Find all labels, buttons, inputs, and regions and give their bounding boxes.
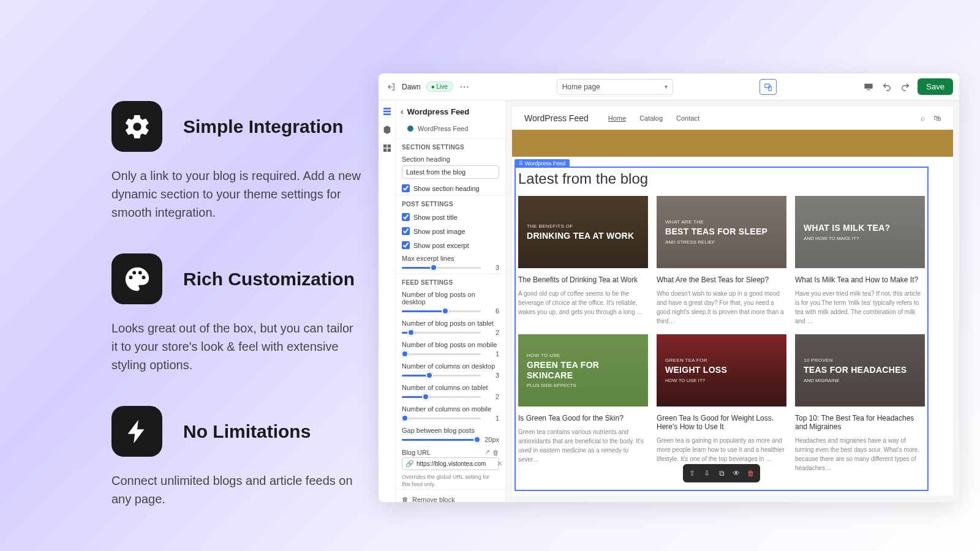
- status-badge: ● Live: [426, 81, 453, 92]
- svg-rect-3: [383, 108, 391, 110]
- link-icon: 🔗: [405, 460, 414, 468]
- blog-card[interactable]: 10 PROVENTEAS FOR HEADACHESAND MIGRAINET…: [795, 334, 925, 473]
- heading-label: Section heading: [402, 156, 499, 163]
- slider-1[interactable]: Number of blog posts on desktop6: [396, 288, 505, 317]
- slider-7[interactable]: Gap between blog posts20px: [396, 424, 505, 446]
- max-excerpt-slider[interactable]: Max excerpt lines 3: [396, 252, 505, 274]
- nav-contact[interactable]: Contact: [676, 114, 699, 122]
- card-title: The Benefits of Drinking Tea at Work: [518, 276, 648, 284]
- hide-icon[interactable]: 👁: [729, 467, 743, 480]
- card-desc: Green tea contains various nutrients and…: [518, 427, 648, 464]
- svg-rect-6: [383, 144, 386, 148]
- slider-3[interactable]: Number of blog posts on mobile1: [396, 339, 505, 360]
- feature-title: Rich Customization: [183, 269, 355, 289]
- card-desc: Green tea is gaining in popularity as mo…: [657, 436, 786, 463]
- slider-2[interactable]: Number of blog posts on tablet2: [396, 317, 505, 339]
- app-embeds-icon[interactable]: [382, 143, 392, 153]
- back-icon[interactable]: ‹: [401, 107, 404, 116]
- sidebar-title: Wordpress Feed: [407, 107, 470, 116]
- show-title-checkbox[interactable]: Show post title: [396, 210, 505, 224]
- blog-url-label: Blog URL: [402, 449, 482, 456]
- card-title: Is Green Tea Good for the Skin?: [518, 414, 648, 422]
- duplicate-icon[interactable]: ⧉: [715, 467, 728, 480]
- editor-topbar: Dawn ● Live ⋯ Home page▾ Save: [379, 73, 959, 100]
- show-excerpt-checkbox[interactable]: Show post excerpt: [396, 238, 505, 252]
- svg-rect-4: [383, 111, 391, 113]
- post-settings-label: POST SETTINGS: [396, 196, 505, 210]
- blog-url-input[interactable]: 🔗 ✕: [402, 457, 499, 470]
- clear-icon[interactable]: ✕: [497, 460, 502, 468]
- svg-rect-8: [383, 149, 386, 152]
- page-selector[interactable]: Home page▾: [557, 79, 673, 95]
- move-down-icon[interactable]: ⇩: [700, 467, 714, 480]
- blog-url-helper: Overrides the global URL setting for thi…: [396, 473, 505, 489]
- exit-icon[interactable]: [385, 81, 397, 93]
- feature-title: Simple Integration: [183, 116, 344, 137]
- card-desc: Have you ever tried milk tea? If not, th…: [795, 289, 925, 326]
- remove-block-button[interactable]: 🗑 Remove block: [396, 489, 505, 502]
- search-icon[interactable]: ⌕: [921, 114, 925, 122]
- cart-icon[interactable]: 🛍: [933, 114, 941, 122]
- section-settings-label: SECTION SETTINGS: [396, 139, 505, 153]
- gears-icon: [111, 101, 162, 152]
- marketing-features: Simple Integration Only a link to your b…: [111, 101, 363, 540]
- blog-card[interactable]: HOW TO USEGREEN TEA FOR SKINCAREPLUS SID…: [518, 334, 648, 473]
- blog-card[interactable]: WHAT ARE THEBEST TEAS FOR SLEEPAND STRES…: [657, 196, 786, 326]
- card-title: What Are the Best Teas for Sleep?: [657, 276, 786, 284]
- blog-card[interactable]: THE BENEFITS OFDRINKING TEA AT WORKThe B…: [518, 196, 648, 326]
- theme-editor-window: Dawn ● Live ⋯ Home page▾ Save: [379, 73, 959, 502]
- section-heading-input[interactable]: [402, 165, 499, 179]
- settings-sidebar: ‹ Wordpress Feed WordPress Feed SECTION …: [396, 100, 506, 502]
- card-title: What Is Milk Tea and How to Make It?: [795, 276, 925, 284]
- slider-6[interactable]: Number of columns on mobile1: [396, 403, 505, 424]
- feed-settings-label: FEED SETTINGS: [396, 274, 505, 288]
- theme-settings-icon[interactable]: [382, 125, 392, 135]
- slider-5[interactable]: Number of columns on tablet2: [396, 381, 505, 403]
- svg-rect-2: [865, 83, 873, 88]
- feature-desc: Looks great out of the box, but you can …: [111, 319, 363, 374]
- external-link-icon[interactable]: ↗: [484, 448, 490, 456]
- preview-pane: WordPress Feed Home Catalog Contact ⌕ 🛍 …: [506, 100, 959, 502]
- card-desc: A good old cup of coffee seems to be the…: [518, 289, 648, 317]
- feature-desc: Only a link to your blog is required. Ad…: [111, 167, 363, 222]
- undo-icon[interactable]: [881, 81, 893, 93]
- block-item[interactable]: WordPress Feed: [396, 122, 505, 138]
- delete-icon[interactable]: 🗑: [744, 467, 758, 480]
- svg-rect-7: [387, 144, 390, 148]
- palette-icon: [111, 253, 162, 304]
- nav-catalog[interactable]: Catalog: [639, 114, 663, 122]
- storefront-brand: WordPress Feed: [524, 113, 589, 123]
- trash-icon: 🗑: [402, 496, 409, 502]
- feature-rich-customization: Rich Customization Looks great out of th…: [111, 253, 363, 374]
- more-icon[interactable]: ⋯: [458, 81, 470, 93]
- svg-point-10: [407, 126, 413, 132]
- slider-4[interactable]: Number of columns on desktop3: [396, 360, 505, 381]
- feature-desc: Connect unlimited blogs and article feed…: [111, 471, 363, 508]
- delete-url-icon[interactable]: 🗑: [492, 449, 499, 456]
- device-desktop-icon[interactable]: [862, 81, 875, 93]
- chevron-down-icon: ▾: [665, 83, 668, 90]
- responsive-toggle[interactable]: [760, 79, 777, 95]
- bolt-icon: [111, 406, 162, 457]
- nav-home[interactable]: Home: [608, 114, 626, 122]
- save-button[interactable]: Save: [918, 78, 953, 95]
- show-image-checkbox[interactable]: Show post image: [396, 224, 505, 238]
- card-desc: Headaches and migraines have a way of tu…: [795, 436, 925, 473]
- wordpress-feed-section[interactable]: Latest from the blog THE BENEFITS OFDRIN…: [514, 167, 929, 491]
- blog-card[interactable]: WHAT IS MILK TEA?AND HOW TO MAKE IT?What…: [795, 196, 925, 326]
- feature-title: No Limitations: [183, 421, 311, 441]
- storefront-nav: WordPress Feed Home Catalog Contact ⌕ 🛍: [512, 107, 953, 130]
- theme-name: Dawn: [402, 83, 421, 91]
- card-desc: Who doesn't wish to wake up in a good mo…: [657, 289, 786, 326]
- show-heading-checkbox[interactable]: Show section heading: [396, 181, 505, 195]
- section-toolbar: ⇧ ⇩ ⧉ 👁 🗑: [683, 464, 760, 482]
- svg-rect-5: [383, 113, 391, 115]
- blog-card[interactable]: GREEN TEA FORWEIGHT LOSSHOW TO USE IT?Gr…: [657, 334, 786, 473]
- card-title: Top 10: The Best Tea for Headaches and M…: [795, 414, 925, 431]
- svg-rect-9: [387, 149, 390, 152]
- move-up-icon[interactable]: ⇧: [685, 467, 699, 480]
- feature-simple-integration: Simple Integration Only a link to your b…: [111, 101, 363, 222]
- redo-icon[interactable]: [899, 81, 911, 93]
- sections-icon[interactable]: [382, 107, 392, 116]
- card-title: Green Tea Is Good for Weight Loss. Here'…: [657, 414, 786, 431]
